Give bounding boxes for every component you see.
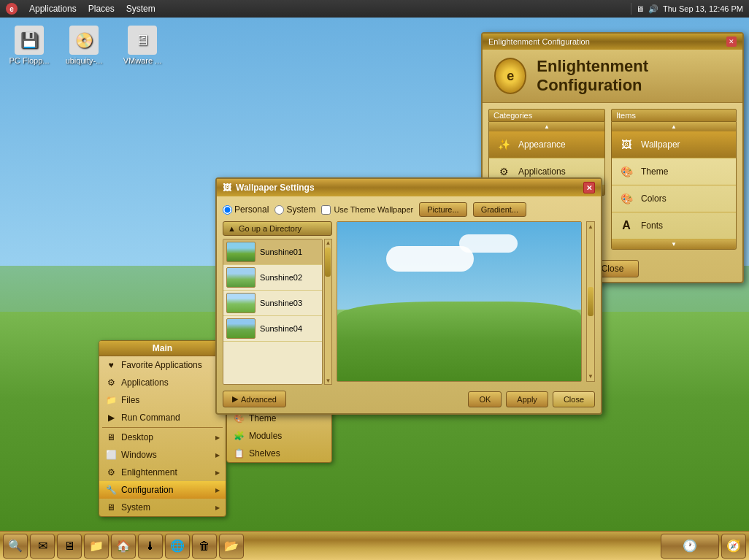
ok-button[interactable]: OK (468, 391, 502, 407)
category-item-appearance[interactable]: ✨ Appearance (489, 131, 604, 158)
taskbar-top: e Applications Places System 🖥 🔊 Thu Sep… (0, 0, 749, 18)
applications-menu[interactable]: Applications (23, 2, 82, 15)
preview-scroll-thumb[interactable] (588, 287, 594, 316)
favorite-apps-label: Favorite Applications (121, 360, 202, 370)
wallpaper-item-sunshine01[interactable]: Sunshine01 (223, 239, 322, 265)
preview-scroll-up[interactable]: ▲ (588, 223, 594, 230)
desktop-icon: 🖥 (105, 431, 117, 443)
wallpaper-options-row: Personal System Use Theme Wallpaper Pict… (223, 202, 595, 217)
radio-personal-text: Personal (234, 204, 269, 215)
go-up-button[interactable]: ▲ Go up a Directory (223, 221, 332, 236)
desktop-icon-vmware[interactable]: 🖥 VMware ... (117, 26, 168, 65)
theme-item-icon: 🎨 (618, 163, 635, 180)
menu-item-run-command[interactable]: ▶ Run Command (99, 409, 226, 426)
taskbar-network-btn[interactable]: 🌐 (165, 534, 190, 559)
desktop-icon-floppy[interactable]: 💾 PC Flopp... (4, 26, 55, 65)
tray-sep (631, 3, 631, 15)
preview-scroll-down[interactable]: ▼ (588, 373, 594, 380)
files-label: Files (121, 395, 139, 405)
taskbar-files2-btn[interactable]: 📂 (219, 534, 244, 559)
configuration-label: Configuration (121, 485, 173, 495)
scroll-down-btn[interactable]: ▼ (325, 377, 331, 384)
panel-header: e Enlightenment Configuration (483, 50, 742, 103)
items-scroll-down[interactable]: ▼ (612, 239, 736, 249)
taskbar-clock-btn[interactable]: 🕐 (661, 534, 719, 559)
preview-scrollbar[interactable]: ▲ ▼ (586, 221, 595, 382)
dialog-bottom-row: ▶ Advanced OK Apply Close (223, 391, 595, 407)
panel-close-btn[interactable]: ✕ (726, 37, 737, 47)
wallpaper-list-container: ▲ Go up a Directory Sunshine01 Sunshine0… (223, 221, 332, 385)
menu-separator-1 (102, 427, 223, 428)
taskbar-trash-btn[interactable]: 🗑 (192, 534, 217, 559)
taskbar-compass-btn[interactable]: 🧭 (721, 534, 746, 559)
item-fonts[interactable]: A Fonts (612, 212, 736, 239)
sunshine04-label: Sunshine04 (260, 324, 302, 333)
radio-personal-label[interactable]: Personal (223, 204, 269, 215)
items-scroll-up[interactable]: ▲ (612, 122, 736, 131)
enlightenment-label: Enlightenment (121, 467, 177, 477)
sunshine02-thumb (226, 267, 256, 288)
taskbar-browser-btn[interactable]: 🖥 (57, 534, 82, 559)
ubiquity-label: ubiquity-... (66, 56, 103, 65)
advanced-button[interactable]: ▶ Advanced (223, 391, 286, 407)
gradient-button[interactable]: Gradient... (473, 202, 526, 217)
search-icon: 🔍 (8, 539, 23, 553)
sunshine01-label: Sunshine01 (260, 248, 302, 256)
modules-icon: 🧩 (233, 430, 245, 442)
go-up-text: Go up a Directory (239, 224, 301, 233)
places-menu[interactable]: Places (82, 2, 120, 15)
menu-item-files[interactable]: 📁 Files (99, 391, 226, 409)
list-scrollbar[interactable]: ▲ ▼ (324, 239, 332, 385)
menu-item-system[interactable]: 🖥 System (99, 499, 226, 516)
desktop-icon-ubiquity[interactable]: 📀 ubiquity-... (58, 26, 110, 65)
menu-item-configuration[interactable]: 🔧 Configuration (99, 481, 226, 499)
menu-item-applications[interactable]: ⚙ Applications (99, 374, 226, 391)
wallpaper-list[interactable]: Sunshine01 Sunshine02 Sunshine03 (223, 239, 323, 385)
fonts-item-icon: A (618, 217, 635, 234)
menu-item-windows[interactable]: ⬜ Windows (99, 446, 226, 464)
close-dialog-button[interactable]: Close (553, 391, 595, 407)
run-icon: ▶ (105, 412, 117, 423)
wallpaper-settings-dialog: 🖼 Wallpaper Settings ✕ Personal System U… (215, 177, 602, 415)
radio-system-label[interactable]: System (274, 204, 315, 215)
submenu-item-shelves[interactable]: 📋 Shelves (227, 445, 331, 462)
categories-scroll-up[interactable]: ▲ (489, 122, 604, 131)
wallpaper-close-button[interactable]: ✕ (583, 182, 595, 193)
appearance-label: Appearance (518, 139, 566, 150)
scroll-thumb[interactable] (325, 248, 331, 277)
heart-icon: ♥ (105, 359, 117, 371)
picture-button[interactable]: Picture... (419, 202, 466, 217)
apply-button[interactable]: Apply (506, 391, 548, 407)
item-wallpaper[interactable]: 🖼 Wallpaper (612, 131, 736, 158)
wallpaper-item-sunshine02[interactable]: Sunshine02 (223, 265, 322, 291)
colors-item-icon: 🎨 (618, 190, 635, 207)
item-colors[interactable]: 🎨 Colors (612, 185, 736, 212)
menu-item-desktop[interactable]: 🖥 Desktop (99, 429, 226, 446)
use-theme-wallpaper-checkbox[interactable] (321, 205, 331, 215)
menu-item-favorite-apps[interactable]: ♥ Favorite Applications (99, 356, 226, 374)
wallpaper-dialog-content: Personal System Use Theme Wallpaper Pict… (217, 196, 601, 413)
taskbar-home-btn[interactable]: 🏠 (111, 534, 136, 559)
system-menu[interactable]: System (120, 2, 161, 15)
radio-system[interactable] (274, 205, 284, 215)
fonts-item-label: Fonts (641, 220, 663, 231)
preview-cloud2 (459, 234, 518, 253)
taskbar-temp-btn[interactable]: 🌡 (138, 534, 163, 559)
wallpaper-item-sunshine03[interactable]: Sunshine03 (223, 291, 322, 316)
taskbar-files-btn[interactable]: 📁 (84, 534, 109, 559)
wallpaper-item-sunshine04[interactable]: Sunshine04 (223, 316, 322, 342)
item-theme[interactable]: 🎨 Theme (612, 158, 736, 185)
use-theme-wallpaper-label[interactable]: Use Theme Wallpaper (321, 205, 413, 215)
scroll-up-btn[interactable]: ▲ (325, 239, 331, 246)
system-icon: 🖥 (105, 502, 117, 513)
home-icon: 🏠 (116, 539, 131, 553)
taskbar-search-btn[interactable]: 🔍 (3, 534, 28, 559)
list-with-scroll: Sunshine01 Sunshine02 Sunshine03 (223, 239, 332, 385)
floppy-label: PC Flopp... (9, 56, 49, 65)
radio-personal[interactable] (223, 205, 232, 215)
menu-item-enlightenment[interactable]: ⚙ Enlightenment (99, 464, 226, 481)
submenu-item-modules[interactable]: 🧩 Modules (227, 427, 331, 445)
logo-icon: e (507, 69, 514, 84)
panel-body-spacer (605, 109, 611, 250)
taskbar-mail-btn[interactable]: ✉ (30, 534, 55, 559)
